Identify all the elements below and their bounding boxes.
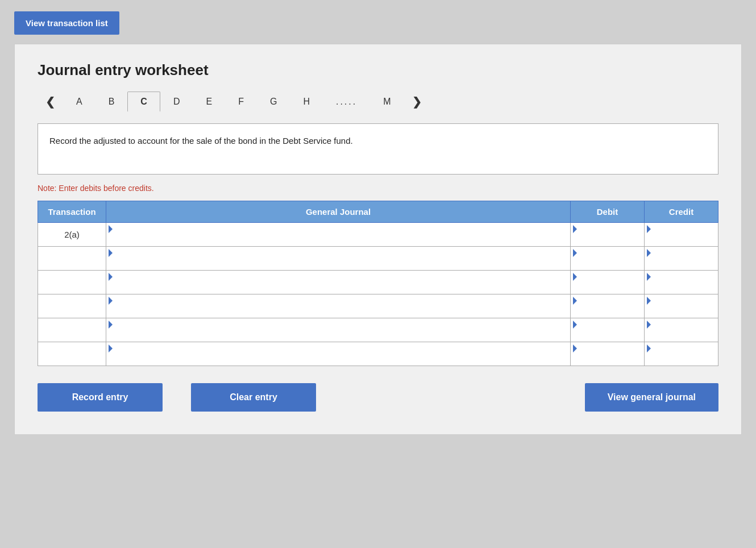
credit-cell-3[interactable] — [645, 271, 718, 294]
tab-prev-arrow[interactable]: ❮ — [38, 90, 63, 113]
general-journal-input-3[interactable] — [106, 271, 570, 294]
general-journal-input-5[interactable] — [106, 318, 570, 342]
cell-indicator — [573, 225, 577, 233]
tab-D[interactable]: D — [160, 92, 193, 112]
general-journal-cell-2[interactable] — [106, 247, 571, 271]
top-bar: View transaction list — [14, 11, 742, 35]
header-general-journal: General Journal — [106, 201, 571, 223]
transaction-cell-1: 2(a) — [38, 223, 106, 247]
debit-input-6[interactable] — [571, 342, 644, 366]
credit-input-5[interactable] — [645, 318, 718, 342]
main-container: Journal entry worksheet ❮ A B C D E F G … — [14, 44, 742, 435]
cell-indicator — [647, 344, 651, 352]
credit-cell-6[interactable] — [645, 342, 718, 366]
general-journal-input-6[interactable] — [106, 342, 570, 366]
note-text: Note: Enter debits before credits. — [38, 184, 718, 193]
credit-input-4[interactable] — [645, 294, 718, 318]
cell-indicator — [647, 321, 651, 329]
general-journal-cell-4[interactable] — [106, 294, 571, 318]
debit-cell-6[interactable] — [571, 342, 645, 366]
cell-indicator — [573, 344, 577, 352]
general-journal-input-1[interactable] — [106, 223, 570, 246]
tab-F[interactable]: F — [225, 92, 257, 112]
tab-H[interactable]: H — [290, 92, 323, 112]
cell-indicator — [647, 225, 651, 233]
cell-indicator — [109, 344, 113, 352]
cell-indicator — [573, 321, 577, 329]
general-journal-cell-5[interactable] — [106, 318, 571, 342]
credit-input-1[interactable] — [645, 223, 718, 246]
debit-cell-1[interactable] — [571, 223, 645, 247]
general-journal-cell-1[interactable] — [106, 223, 571, 247]
general-journal-cell-3[interactable] — [106, 271, 571, 294]
debit-input-1[interactable] — [571, 223, 644, 246]
cell-indicator — [573, 249, 577, 257]
debit-input-3[interactable] — [571, 271, 644, 294]
record-entry-button[interactable]: Record entry — [38, 383, 163, 412]
table-row — [38, 247, 718, 271]
header-debit: Debit — [571, 201, 645, 223]
header-transaction: Transaction — [38, 201, 106, 223]
credit-cell-4[interactable] — [645, 294, 718, 318]
table-row — [38, 318, 718, 342]
tab-B[interactable]: B — [95, 92, 128, 112]
cell-indicator — [109, 321, 113, 329]
transaction-cell-5 — [38, 318, 106, 342]
transaction-cell-6 — [38, 342, 106, 366]
general-journal-input-2[interactable] — [106, 247, 570, 270]
table-row — [38, 342, 718, 366]
view-general-journal-button[interactable]: View general journal — [585, 383, 718, 412]
tab-navigation: ❮ A B C D E F G H ..... M ❯ — [38, 90, 718, 113]
tab-C[interactable]: C — [127, 92, 160, 112]
table-row — [38, 294, 718, 318]
general-journal-cell-6[interactable] — [106, 342, 571, 366]
worksheet-title: Journal entry worksheet — [38, 61, 718, 79]
transaction-cell-2 — [38, 247, 106, 271]
tab-ellipsis: ..... — [323, 92, 370, 112]
description-text: Record the adjusted to account for the s… — [49, 136, 353, 146]
credit-input-3[interactable] — [645, 271, 718, 294]
cell-indicator — [109, 273, 113, 281]
tab-next-arrow[interactable]: ❯ — [404, 90, 430, 113]
tab-M[interactable]: M — [370, 92, 404, 112]
credit-cell-5[interactable] — [645, 318, 718, 342]
view-transaction-button[interactable]: View transaction list — [14, 11, 119, 35]
credit-input-6[interactable] — [645, 342, 718, 366]
debit-cell-4[interactable] — [571, 294, 645, 318]
general-journal-input-4[interactable] — [106, 294, 570, 318]
cell-indicator — [109, 249, 113, 257]
debit-input-4[interactable] — [571, 294, 644, 318]
cell-indicator — [647, 273, 651, 281]
cell-indicator — [109, 225, 113, 233]
clear-entry-button[interactable]: Clear entry — [191, 383, 316, 412]
cell-indicator — [109, 297, 113, 305]
credit-cell-1[interactable] — [645, 223, 718, 247]
credit-cell-2[interactable] — [645, 247, 718, 271]
debit-cell-5[interactable] — [571, 318, 645, 342]
header-credit: Credit — [645, 201, 718, 223]
table-header-row: Transaction General Journal Debit Credit — [38, 201, 718, 223]
tab-E[interactable]: E — [193, 92, 225, 112]
debit-cell-3[interactable] — [571, 271, 645, 294]
transaction-cell-4 — [38, 294, 106, 318]
tab-G[interactable]: G — [257, 92, 290, 112]
credit-input-2[interactable] — [645, 247, 718, 270]
tab-A[interactable]: A — [63, 92, 95, 112]
cell-indicator — [647, 249, 651, 257]
description-box: Record the adjusted to account for the s… — [38, 123, 718, 175]
journal-table: Transaction General Journal Debit Credit… — [38, 201, 718, 366]
cell-indicator — [573, 297, 577, 305]
debit-input-2[interactable] — [571, 247, 644, 270]
debit-input-5[interactable] — [571, 318, 644, 342]
table-row — [38, 271, 718, 294]
cell-indicator — [647, 297, 651, 305]
transaction-cell-3 — [38, 271, 106, 294]
buttons-row: Record entry Clear entry View general jo… — [38, 383, 718, 412]
debit-cell-2[interactable] — [571, 247, 645, 271]
table-row: 2(a) — [38, 223, 718, 247]
cell-indicator — [573, 273, 577, 281]
